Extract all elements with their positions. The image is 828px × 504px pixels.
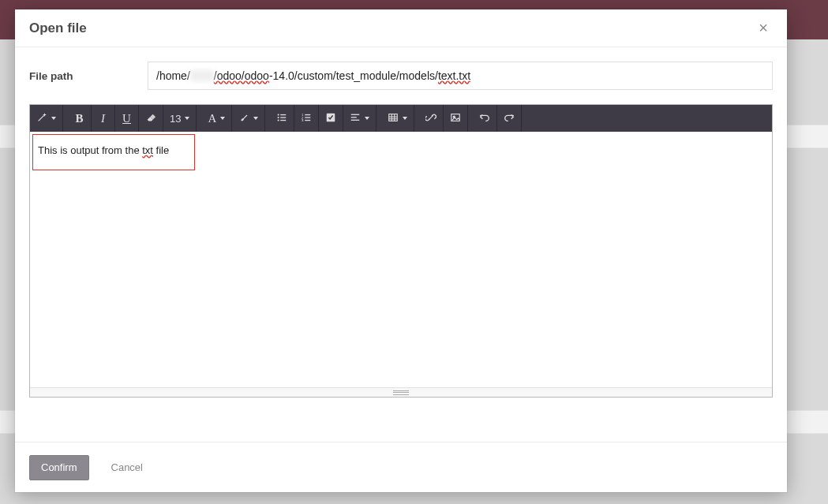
confirm-button-label: Confirm bbox=[41, 461, 77, 473]
svg-rect-13 bbox=[351, 114, 360, 114]
svg-rect-5 bbox=[281, 119, 287, 120]
rich-text-editor: B I U 13 bbox=[29, 104, 773, 398]
magic-wand-icon bbox=[36, 112, 47, 125]
checklist-button[interactable] bbox=[319, 105, 343, 132]
file-path-input[interactable]: /home//odoo/odoo-14.0/custom/test_module… bbox=[148, 62, 773, 90]
file-path-value-blur bbox=[190, 70, 214, 81]
link-button[interactable] bbox=[419, 105, 444, 132]
redo-icon bbox=[504, 112, 515, 125]
italic-icon: I bbox=[101, 112, 105, 125]
editor-text-spell: txt bbox=[142, 144, 153, 156]
content-highlight-box: This is output from the txt file bbox=[32, 134, 195, 170]
paint-brush-icon bbox=[238, 112, 249, 125]
svg-rect-16 bbox=[389, 114, 398, 121]
svg-rect-15 bbox=[351, 119, 360, 120]
editor-text-post: file bbox=[153, 144, 169, 156]
list-ul-icon bbox=[276, 112, 287, 125]
grip-lines-icon bbox=[393, 390, 409, 395]
table-icon bbox=[388, 112, 399, 125]
svg-rect-9 bbox=[305, 117, 311, 118]
check-square-icon bbox=[325, 112, 336, 125]
list-ol-icon: 123 bbox=[301, 112, 312, 125]
svg-rect-11 bbox=[305, 119, 311, 120]
font-size-value: 13 bbox=[170, 113, 181, 125]
unordered-list-button[interactable] bbox=[270, 105, 294, 132]
confirm-button[interactable]: Confirm bbox=[29, 455, 89, 480]
close-icon: × bbox=[759, 19, 768, 36]
underline-button[interactable]: U bbox=[115, 105, 139, 132]
undo-icon bbox=[479, 112, 490, 125]
color-dropdown[interactable] bbox=[232, 105, 264, 132]
svg-line-21 bbox=[429, 115, 433, 119]
font-icon: A bbox=[208, 112, 216, 125]
editor-text-pre: This is output from the bbox=[38, 144, 142, 156]
editor-resize-handle[interactable] bbox=[30, 387, 772, 397]
image-button[interactable] bbox=[444, 105, 467, 132]
file-path-value-post: /odoo/odoo-14.0/custom/test_module/model… bbox=[214, 69, 470, 82]
editor-content-area[interactable]: This is output from the txt file bbox=[30, 132, 772, 387]
clear-format-button[interactable] bbox=[139, 105, 163, 132]
svg-point-2 bbox=[278, 116, 279, 118]
cancel-button-label: Cancel bbox=[111, 461, 143, 473]
align-left-icon bbox=[350, 112, 361, 125]
cancel-button[interactable]: Cancel bbox=[100, 455, 154, 480]
table-dropdown[interactable] bbox=[381, 105, 414, 132]
style-dropdown[interactable] bbox=[30, 105, 62, 132]
svg-rect-14 bbox=[351, 117, 357, 118]
svg-rect-7 bbox=[305, 114, 311, 114]
eraser-icon bbox=[145, 112, 156, 125]
undo-button[interactable] bbox=[473, 105, 497, 132]
link-icon bbox=[425, 112, 436, 125]
file-path-value-pre: /home/ bbox=[156, 69, 190, 82]
svg-point-0 bbox=[278, 114, 279, 115]
svg-text:3: 3 bbox=[302, 118, 304, 122]
italic-button[interactable]: I bbox=[92, 105, 115, 132]
align-dropdown[interactable] bbox=[343, 105, 376, 132]
bold-button[interactable]: B bbox=[68, 105, 92, 132]
font-size-dropdown[interactable]: 13 bbox=[163, 105, 196, 132]
underline-icon: U bbox=[122, 112, 131, 125]
ordered-list-button[interactable]: 123 bbox=[294, 105, 319, 132]
bold-icon: B bbox=[75, 112, 83, 125]
svg-rect-1 bbox=[281, 114, 287, 114]
redo-button[interactable] bbox=[497, 105, 521, 132]
editor-toolbar: B I U 13 bbox=[30, 105, 772, 132]
svg-rect-3 bbox=[281, 117, 287, 118]
file-path-label: File path bbox=[29, 70, 132, 82]
svg-point-4 bbox=[278, 119, 279, 121]
font-family-dropdown[interactable]: A bbox=[201, 105, 232, 132]
close-button[interactable]: × bbox=[754, 16, 773, 40]
open-file-modal: Open file × File path /home//odoo/odoo-1… bbox=[15, 9, 787, 492]
modal-title: Open file bbox=[29, 21, 754, 36]
image-icon bbox=[450, 112, 461, 125]
